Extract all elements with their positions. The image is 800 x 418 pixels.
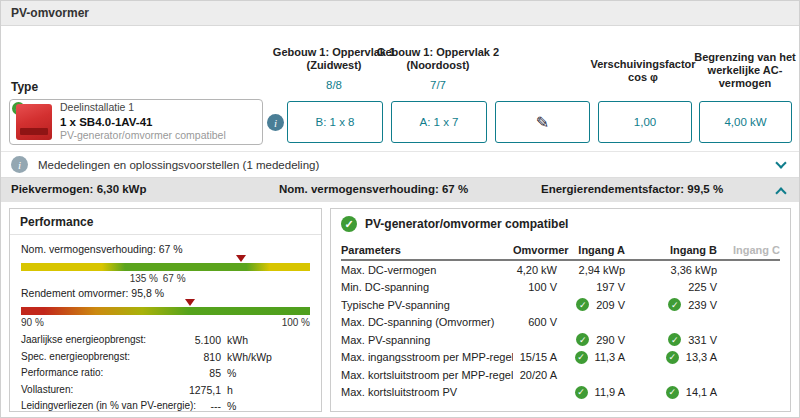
param-label: Typische PV-spanning [341, 299, 513, 311]
ratio-tick-label: 135 % [130, 273, 158, 284]
compat-table-header: Parameters Omvormer Ingang A Ingang B In… [341, 240, 780, 261]
cell-value: 209 V [596, 299, 625, 311]
stat-value: 810 [121, 351, 221, 363]
cell-value: 290 V [596, 334, 625, 346]
ac-limit-value-button[interactable]: 4,00 kW [699, 101, 792, 143]
edit-button[interactable]: ✎ [495, 101, 590, 143]
messages-label: Mededelingen en oplossingsvoorstellen (1… [38, 159, 319, 171]
efficiency-min-label: 90 % [21, 317, 44, 328]
compat-table: Parameters Omvormer Ingang A Ingang B In… [331, 238, 790, 401]
compat-table-body: Max. DC-vermogen4,20 kW2,94 kWp3,36 kWpM… [341, 261, 780, 401]
compat-row: Max. kortsluitstroom PV✓11,9 A✓14,1 A [341, 384, 780, 402]
surface2-modules-link[interactable]: 7/7 [430, 79, 446, 92]
ok-check-icon: ✓ [668, 298, 681, 311]
ratio-gauge [21, 263, 310, 271]
cell-value: 331 V [688, 334, 717, 346]
compat-row: Max. PV-spanning✓290 V✓331 V [341, 331, 780, 349]
compat-row: Min. DC-spanning100 V197 V225 V [341, 279, 780, 297]
page-title: PV-omvormer [11, 6, 89, 20]
inverter-value: 600 V [513, 316, 557, 328]
input-a-config-button[interactable]: A: 1 x 7 [391, 101, 487, 143]
input-b-cell: ✓331 V [645, 333, 721, 346]
compat-row: Max. kortsluitstroom per MPP-regeling20/… [341, 366, 780, 384]
chevron-up-icon[interactable] [775, 187, 786, 198]
ac-limit-label-line1: Begrenzing van het [684, 51, 800, 64]
cell-value: 14,1 A [686, 386, 717, 398]
compat-row: Typische PV-spanning✓209 V✓239 V [341, 296, 780, 314]
input-a-cell: 2,94 kWp [557, 264, 645, 276]
input-a-cell: ✓209 V [557, 298, 645, 311]
ok-check-icon: ✓ [666, 351, 679, 364]
ok-check-icon: ✓ [575, 386, 588, 399]
stat-label: Spec. energieopbrengst: [21, 351, 130, 362]
cell-value: 13,3 A [686, 351, 717, 363]
efficiency-gradient-bar [21, 307, 310, 315]
chevron-down-icon[interactable] [775, 157, 786, 168]
info-icon[interactable]: i [267, 114, 284, 131]
surface2-orientation: (Noordoost) [374, 59, 502, 72]
surface2-title: Gebouw 1: Oppervlak 2 [374, 46, 502, 59]
stat-row: Leidingverliezen (in % van PV-energie):-… [21, 400, 310, 412]
cell-value: 11,9 A [595, 386, 625, 398]
cos-phi-value-button[interactable]: 1,00 [598, 101, 692, 143]
input-b-cell: 3,36 kWp [645, 264, 721, 276]
efficiency-marker-icon [185, 299, 195, 306]
stat-unit: kWh [227, 334, 248, 346]
detail-panels: Performance Nom. vermogensverhouding: 67… [1, 202, 799, 416]
inverter-model: 1 x SB4.0-1AV-41 [60, 115, 226, 130]
stat-value: 5.100 [121, 334, 221, 346]
stat-value: --- [121, 400, 221, 412]
type-column-label: Type [11, 80, 38, 94]
stat-unit: kWh/kWp [227, 351, 272, 363]
column-surface2: Gebouw 1: Oppervlak 2 (Noordoost) 7/7 [374, 46, 502, 92]
header-input-c: Ingang C [721, 244, 780, 256]
column-ac-limit: Begrenzing van het werkelijke AC- vermog… [684, 51, 800, 90]
messages-expander[interactable]: i Mededelingen en oplossingsvoorstellen … [1, 151, 799, 178]
cell-value: 239 V [688, 299, 717, 311]
header-input-a: Ingang A [557, 244, 645, 256]
ratio-label: Nom. vermogensverhouding: 67 % [21, 243, 310, 255]
subinstallation-label: Deelinstallatie 1 [60, 101, 226, 115]
ratio-tick-label: 67 % [163, 273, 186, 284]
stat-row: Vollasturen:1275,1h [21, 384, 310, 401]
stat-row: Spec. energieopbrengst:810kWh/kWp [21, 351, 310, 368]
stat-row: Performance ratio:85% [21, 367, 310, 384]
performance-panel: Performance Nom. vermogensverhouding: 67… [9, 208, 322, 412]
cell-value: 11,3 A [595, 351, 625, 363]
stat-value: 85 [121, 367, 221, 379]
ok-check-icon: ✓ [576, 333, 589, 346]
input-b-cell: ✓239 V [645, 298, 721, 311]
performance-stats: Jaarlijkse energieopbrengst:5.100kWhSpec… [21, 334, 310, 412]
inverter-value: 100 V [513, 281, 557, 293]
input-b-cell: ✓14,1 A [645, 386, 721, 399]
peak-power-summary: Piekvermogen: 6,30 kWp [11, 183, 147, 195]
param-label: Max. ingangsstroom per MPP-regeling [341, 351, 513, 363]
input-b-cell: 225 V [645, 281, 721, 293]
cell-value: 3,36 kWp [671, 264, 717, 276]
efficiency-label: Rendement omvormer: 95,8 % [21, 287, 310, 299]
pv-inverter-section: PV-omvormer Type Gebouw 1: Oppervlak 1 (… [0, 0, 800, 418]
surface1-modules-link[interactable]: 8/8 [326, 79, 342, 92]
pencil-icon: ✎ [536, 113, 549, 132]
ratio-gradient-bar [21, 263, 310, 271]
compatibility-header: ✓ PV-generator/omvormer compatibel [331, 209, 790, 238]
input-a-cell: ✓11,9 A [557, 386, 645, 399]
param-label: Max. kortsluitstroom per MPP-regeling [341, 369, 513, 381]
summary-bar[interactable]: Piekvermogen: 6,30 kWp Nom. vermogensver… [1, 178, 799, 202]
input-b-cell: ✓13,3 A [645, 351, 721, 364]
inverter-value: 15/15 A [513, 351, 557, 363]
stat-unit: % [227, 367, 236, 379]
ac-limit-label-line2: werkelijke AC- [684, 64, 800, 77]
param-label: Max. PV-spanning [341, 334, 513, 346]
performance-title: Performance [10, 209, 321, 235]
ok-check-icon: ✓ [576, 298, 589, 311]
power-ratio-summary: Nom. vermogensverhouding: 67 % [279, 183, 468, 195]
efficiency-max-label: 100 % [282, 317, 310, 328]
ratio-tick-labels: 135 %67 % [21, 273, 310, 285]
compat-row: Max. DC-vermogen4,20 kW2,94 kWp3,36 kWp [341, 261, 780, 279]
inverter-value: 4,20 kW [513, 264, 557, 276]
info-icon: i [11, 156, 28, 173]
compatible-check-icon: ✓ [341, 216, 357, 232]
inverter-card[interactable]: ✓ Deelinstallatie 1 1 x SB4.0-1AV-41 PV-… [9, 99, 263, 145]
input-b-config-button[interactable]: B: 1 x 8 [287, 101, 383, 143]
